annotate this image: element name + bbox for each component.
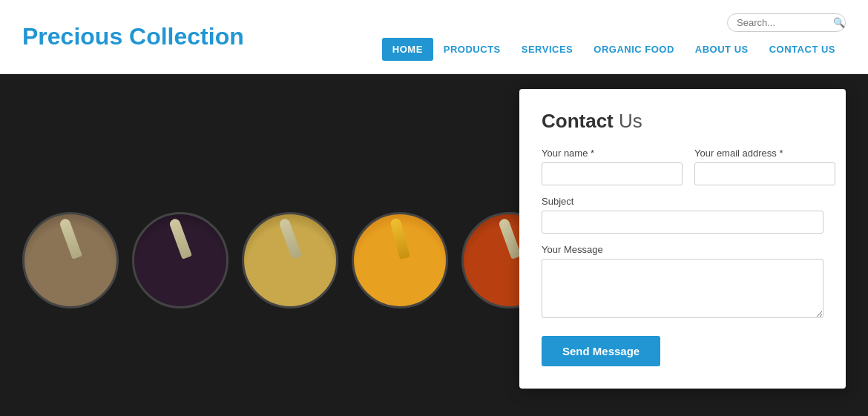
spoon-1 bbox=[59, 217, 82, 259]
spice-bowl-2 bbox=[132, 212, 228, 308]
contact-form-title: Contact Us bbox=[542, 110, 823, 133]
email-label: Your email address * bbox=[694, 148, 835, 159]
subject-input[interactable] bbox=[542, 211, 823, 234]
header-right: 🔍 HOME PRODUCTS SERVICES ORGANIC FOOD AB… bbox=[382, 13, 846, 61]
contact-form-card: Contact Us Your name * Your email addres… bbox=[519, 89, 846, 389]
message-label: Your Message bbox=[542, 244, 823, 255]
header: Precious Collection 🔍 HOME PRODUCTS SERV… bbox=[0, 0, 868, 74]
send-message-button[interactable]: Send Message bbox=[542, 336, 660, 366]
nav-item-services[interactable]: SERVICES bbox=[511, 38, 584, 61]
site-logo[interactable]: Precious Collection bbox=[22, 23, 244, 50]
nav-item-contact-us[interactable]: CONTACT US bbox=[759, 38, 846, 61]
subject-label: Subject bbox=[542, 196, 823, 207]
hero-section: Contact Us Your name * Your email addres… bbox=[0, 74, 868, 416]
email-input[interactable] bbox=[694, 162, 835, 185]
nav-item-organic-food[interactable]: ORGANIC FOOD bbox=[583, 38, 685, 61]
form-group-message: Your Message bbox=[542, 244, 823, 321]
nav-item-about-us[interactable]: ABOUT US bbox=[685, 38, 759, 61]
name-input[interactable] bbox=[542, 162, 683, 185]
main-nav: HOME PRODUCTS SERVICES ORGANIC FOOD ABOU… bbox=[382, 38, 846, 61]
search-bar[interactable]: 🔍 bbox=[727, 13, 846, 32]
name-label: Your name * bbox=[542, 148, 683, 159]
form-row-name-email: Your name * Your email address * bbox=[542, 148, 823, 185]
search-icon: 🔍 bbox=[833, 17, 845, 28]
spice-bowl-3 bbox=[242, 212, 338, 308]
form-group-email: Your email address * bbox=[694, 148, 835, 185]
form-group-subject: Subject bbox=[542, 196, 823, 234]
spoon-2 bbox=[168, 217, 192, 259]
search-input[interactable] bbox=[737, 17, 833, 28]
message-textarea[interactable] bbox=[542, 259, 823, 318]
spoon-5 bbox=[498, 217, 522, 259]
spoon-4 bbox=[389, 217, 410, 260]
form-group-name: Your name * bbox=[542, 148, 683, 185]
nav-item-products[interactable]: PRODUCTS bbox=[433, 38, 511, 61]
spice-bowl-4 bbox=[352, 212, 448, 308]
spice-bowl-1 bbox=[22, 212, 119, 308]
spoon-3 bbox=[278, 217, 302, 259]
nav-item-home[interactable]: HOME bbox=[382, 38, 433, 61]
